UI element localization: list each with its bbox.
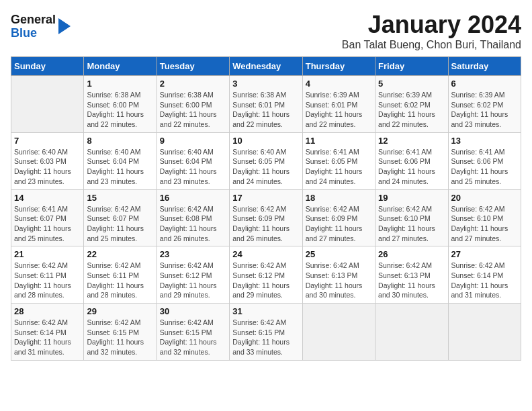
calendar-cell: 15Sunrise: 6:42 AMSunset: 6:07 PMDayligh… — [84, 189, 157, 246]
calendar-cell: 17Sunrise: 6:42 AMSunset: 6:09 PMDayligh… — [230, 189, 302, 246]
calendar-cell: 2Sunrise: 6:38 AMSunset: 6:00 PMDaylight… — [157, 76, 229, 133]
calendar-cell — [302, 304, 375, 361]
page-subtitle: Ban Talat Bueng, Chon Buri, Thailand — [342, 39, 521, 51]
logo: General Blue — [11, 13, 71, 40]
day-of-week-header: Thursday — [302, 57, 375, 76]
calendar-cell: 26Sunrise: 6:42 AMSunset: 6:13 PMDayligh… — [375, 246, 448, 304]
day-info: Sunrise: 6:40 AMSunset: 6:03 PMDaylight:… — [14, 147, 81, 187]
day-number: 18 — [306, 193, 372, 203]
calendar-cell: 31Sunrise: 6:42 AMSunset: 6:15 PMDayligh… — [230, 304, 302, 361]
day-number: 5 — [378, 79, 445, 89]
calendar-cell: 14Sunrise: 6:41 AMSunset: 6:07 PMDayligh… — [11, 189, 84, 246]
day-info: Sunrise: 6:38 AMSunset: 6:00 PMDaylight:… — [160, 90, 226, 130]
calendar-cell: 22Sunrise: 6:42 AMSunset: 6:11 PMDayligh… — [84, 246, 157, 304]
calendar-cell: 28Sunrise: 6:42 AMSunset: 6:14 PMDayligh… — [11, 304, 84, 361]
day-number: 4 — [306, 79, 372, 89]
day-number: 25 — [306, 249, 372, 259]
day-info: Sunrise: 6:41 AMSunset: 6:07 PMDaylight:… — [14, 204, 81, 244]
day-number: 23 — [160, 249, 226, 259]
calendar-cell: 11Sunrise: 6:41 AMSunset: 6:05 PMDayligh… — [302, 132, 375, 189]
day-info: Sunrise: 6:40 AMSunset: 6:04 PMDaylight:… — [87, 147, 153, 187]
calendar-cell: 4Sunrise: 6:39 AMSunset: 6:01 PMDaylight… — [302, 76, 375, 133]
day-of-week-header: Saturday — [448, 57, 521, 76]
page-header: General Blue January 2024 Ban Talat Buen… — [11, 11, 521, 51]
calendar-cell: 19Sunrise: 6:42 AMSunset: 6:10 PMDayligh… — [375, 189, 448, 246]
calendar-header: SundayMondayTuesdayWednesdayThursdayFrid… — [11, 57, 521, 76]
logo-general: General — [11, 13, 56, 27]
day-info: Sunrise: 6:39 AMSunset: 6:02 PMDaylight:… — [451, 90, 518, 130]
day-number: 14 — [14, 193, 81, 203]
calendar-cell: 20Sunrise: 6:42 AMSunset: 6:10 PMDayligh… — [448, 189, 521, 246]
calendar-cell: 29Sunrise: 6:42 AMSunset: 6:15 PMDayligh… — [84, 304, 157, 361]
calendar-week-row: 7Sunrise: 6:40 AMSunset: 6:03 PMDaylight… — [11, 132, 521, 189]
day-of-week-header: Sunday — [11, 57, 84, 76]
calendar-cell: 3Sunrise: 6:38 AMSunset: 6:01 PMDaylight… — [230, 76, 302, 133]
day-number: 7 — [14, 136, 81, 146]
day-number: 29 — [87, 306, 153, 316]
day-info: Sunrise: 6:38 AMSunset: 6:01 PMDaylight:… — [232, 90, 299, 130]
day-info: Sunrise: 6:42 AMSunset: 6:10 PMDaylight:… — [451, 204, 518, 244]
day-number: 17 — [232, 193, 299, 203]
day-of-week-header: Friday — [375, 57, 448, 76]
calendar-cell: 27Sunrise: 6:42 AMSunset: 6:14 PMDayligh… — [448, 246, 521, 304]
day-number: 28 — [14, 306, 81, 316]
day-number: 3 — [232, 79, 299, 89]
day-number: 13 — [451, 136, 518, 146]
calendar-body: 1Sunrise: 6:38 AMSunset: 6:00 PMDaylight… — [11, 76, 521, 361]
day-number: 19 — [378, 193, 445, 203]
calendar-cell — [448, 304, 521, 361]
calendar-cell: 7Sunrise: 6:40 AMSunset: 6:03 PMDaylight… — [11, 132, 84, 189]
calendar-cell: 8Sunrise: 6:40 AMSunset: 6:04 PMDaylight… — [84, 132, 157, 189]
calendar-cell: 9Sunrise: 6:40 AMSunset: 6:04 PMDaylight… — [157, 132, 229, 189]
calendar-cell — [11, 76, 84, 133]
calendar-cell: 12Sunrise: 6:41 AMSunset: 6:06 PMDayligh… — [375, 132, 448, 189]
day-of-week-header: Wednesday — [230, 57, 302, 76]
title-block: January 2024 Ban Talat Bueng, Chon Buri,… — [342, 11, 521, 51]
day-number: 20 — [451, 193, 518, 203]
day-number: 15 — [87, 193, 153, 203]
day-info: Sunrise: 6:41 AMSunset: 6:06 PMDaylight:… — [378, 147, 445, 187]
calendar-week-row: 28Sunrise: 6:42 AMSunset: 6:14 PMDayligh… — [11, 304, 521, 361]
calendar-cell: 1Sunrise: 6:38 AMSunset: 6:00 PMDaylight… — [84, 76, 157, 133]
day-info: Sunrise: 6:42 AMSunset: 6:15 PMDaylight:… — [87, 318, 153, 357]
calendar-cell: 25Sunrise: 6:42 AMSunset: 6:13 PMDayligh… — [302, 246, 375, 304]
day-number: 1 — [87, 79, 153, 89]
logo-arrow-icon — [58, 18, 71, 34]
calendar-cell: 10Sunrise: 6:40 AMSunset: 6:05 PMDayligh… — [230, 132, 302, 189]
day-number: 30 — [160, 306, 226, 316]
day-info: Sunrise: 6:40 AMSunset: 6:05 PMDaylight:… — [232, 147, 299, 187]
calendar-table: SundayMondayTuesdayWednesdayThursdayFrid… — [11, 56, 521, 361]
day-header-row: SundayMondayTuesdayWednesdayThursdayFrid… — [11, 57, 521, 76]
day-number: 12 — [378, 136, 445, 146]
day-info: Sunrise: 6:42 AMSunset: 6:12 PMDaylight:… — [232, 261, 299, 300]
calendar-cell: 16Sunrise: 6:42 AMSunset: 6:08 PMDayligh… — [157, 189, 229, 246]
calendar-cell: 5Sunrise: 6:39 AMSunset: 6:02 PMDaylight… — [375, 76, 448, 133]
page-title: January 2024 — [342, 11, 521, 39]
day-info: Sunrise: 6:42 AMSunset: 6:08 PMDaylight:… — [160, 204, 226, 244]
day-number: 16 — [160, 193, 226, 203]
day-number: 31 — [232, 306, 299, 316]
day-info: Sunrise: 6:42 AMSunset: 6:15 PMDaylight:… — [232, 318, 299, 357]
calendar-cell: 23Sunrise: 6:42 AMSunset: 6:12 PMDayligh… — [157, 246, 229, 304]
day-info: Sunrise: 6:38 AMSunset: 6:00 PMDaylight:… — [87, 90, 153, 130]
day-info: Sunrise: 6:42 AMSunset: 6:14 PMDaylight:… — [451, 261, 518, 300]
day-of-week-header: Tuesday — [157, 57, 229, 76]
calendar-cell: 24Sunrise: 6:42 AMSunset: 6:12 PMDayligh… — [230, 246, 302, 304]
day-number: 27 — [451, 249, 518, 259]
day-info: Sunrise: 6:39 AMSunset: 6:01 PMDaylight:… — [306, 90, 372, 130]
day-number: 9 — [160, 136, 226, 146]
logo-blue: Blue — [11, 27, 56, 40]
day-info: Sunrise: 6:42 AMSunset: 6:12 PMDaylight:… — [160, 261, 226, 300]
calendar-cell: 18Sunrise: 6:42 AMSunset: 6:09 PMDayligh… — [302, 189, 375, 246]
day-number: 2 — [160, 79, 226, 89]
day-number: 24 — [232, 249, 299, 259]
day-number: 10 — [232, 136, 299, 146]
calendar-cell: 21Sunrise: 6:42 AMSunset: 6:11 PMDayligh… — [11, 246, 84, 304]
day-of-week-header: Monday — [84, 57, 157, 76]
calendar-cell: 13Sunrise: 6:41 AMSunset: 6:06 PMDayligh… — [448, 132, 521, 189]
day-info: Sunrise: 6:41 AMSunset: 6:06 PMDaylight:… — [451, 147, 518, 187]
day-info: Sunrise: 6:42 AMSunset: 6:07 PMDaylight:… — [87, 204, 153, 244]
calendar-week-row: 1Sunrise: 6:38 AMSunset: 6:00 PMDaylight… — [11, 76, 521, 133]
day-info: Sunrise: 6:42 AMSunset: 6:11 PMDaylight:… — [87, 261, 153, 300]
day-info: Sunrise: 6:39 AMSunset: 6:02 PMDaylight:… — [378, 90, 445, 130]
